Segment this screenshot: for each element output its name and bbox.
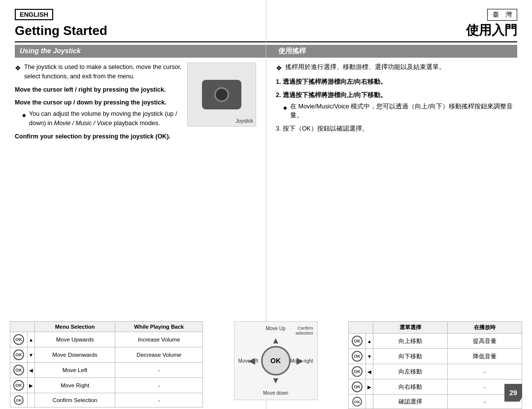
ok-icon-cell: OK — [10, 393, 28, 408]
ok-icon-cell: OK — [348, 379, 366, 395]
joy-arrow-left: ◀ — [248, 355, 255, 366]
table-row: OKConfirm Selection- — [10, 393, 203, 408]
zh-bullet-intro: ❖ 搖桿用於進行選擇、移動游標、選擇功能以及結束選單。 — [276, 63, 517, 73]
playback-cell: - — [115, 393, 203, 408]
camera-body — [202, 80, 241, 109]
arrow-cell: ▲ — [366, 334, 373, 349]
playback-cell: - — [115, 363, 203, 378]
joy-arrow-right: ▶ — [297, 355, 303, 366]
col-playback-header: While Playing Back — [115, 322, 203, 332]
table-row: OK▶Move Right- — [10, 378, 203, 393]
zh-col-playback-header: 在播放時 — [447, 322, 522, 334]
col-menu-header: Menu Selection — [34, 322, 115, 332]
zh-step2: 2. 透過按下搖桿將游標向上/向下移動。 ◆ 在 Movie/Music/Voi… — [276, 91, 517, 120]
bullet-intro: ❖ The joystick is used to make a selecti… — [15, 63, 182, 81]
zh-bullet-sym: ❖ — [276, 63, 282, 73]
tables-row: Menu Selection While Playing Back OK▲Mov… — [10, 321, 522, 409]
sub-bullet-sym: ◆ — [22, 111, 26, 128]
playback-cell: 降低音量 — [447, 349, 522, 364]
camera-image: Joystick — [187, 63, 256, 127]
taiwan-badge: 臺 灣 — [487, 9, 517, 21]
ok-icon: OK — [352, 366, 363, 377]
zh-step1: 1. 透過按下搖桿將游標向左/向右移動。 — [276, 77, 517, 87]
zh-bullet-intro-text: 搖桿用於進行選擇、移動游標、選擇功能以及結束選單。 — [285, 63, 445, 73]
action-cell: Move Upwards — [34, 332, 115, 347]
ok-icon: OK — [13, 334, 24, 345]
arrow-cell: ▼ — [28, 347, 35, 363]
playback-cell: Decrease Volume — [115, 347, 203, 363]
playback-cell: Increase Volume — [115, 332, 203, 347]
section-header-en: Using the Joystick — [15, 45, 266, 58]
page: ENGLISH Getting Started 臺 灣 使用入門 Using t… — [0, 0, 532, 409]
right-content: ❖ 搖桿用於進行選擇、移動游標、選擇功能以及結束選單。 1. 透過按下搖桿將游標… — [266, 63, 517, 317]
ok-icon-cell: OK — [10, 332, 28, 347]
ok-icon: OK — [352, 336, 363, 346]
ok-icon: OK — [352, 381, 363, 392]
zh-step1-text: 1. 透過按下搖桿將游標向左/向右移動。 — [276, 78, 387, 85]
arrow-cell: ▶ — [28, 378, 35, 393]
ok-icon-cell: OK — [10, 347, 28, 363]
zh-col-menu-header: 選單選擇 — [373, 322, 447, 334]
ok-icon-cell: OK — [10, 363, 28, 378]
zh-step2-text: 2. 透過按下搖桿將游標向上/向下移動。 — [276, 91, 517, 100]
step1-text: Move the cursor left / right by pressing… — [15, 86, 166, 93]
zh-step3-text: 3. 按下（OK）按鈕以確認選擇。 — [276, 125, 368, 132]
left-content: Joystick ❖ The joystick is used to make … — [15, 63, 266, 317]
camera-lens — [214, 87, 229, 102]
table-row: OK▲Move UpwardsIncrease Volume — [10, 332, 203, 347]
arrow-cell: ▲ — [28, 332, 35, 347]
joy-confirm-label: Confirmselection — [296, 326, 313, 336]
joy-arrow-down: ▼ — [271, 375, 280, 386]
zh-step2-sub-text: 在 Movie/Music/Voice 模式中，您可以透過（向上/向下）移動搖桿… — [290, 102, 517, 121]
playback-cell: - — [447, 364, 522, 379]
ok-icon-cell: OK — [10, 378, 28, 393]
arrow-cell: ▼ — [366, 349, 373, 364]
ok-icon: OK — [352, 351, 363, 362]
step2-sub: ◆ You can adjust the volume by moving th… — [22, 109, 182, 128]
arrow-cell: ▶ — [366, 379, 373, 395]
arrow-cell — [366, 395, 373, 409]
ok-icon-cell: OK — [348, 395, 366, 409]
ok-icon: OK — [14, 395, 24, 405]
ok-icon: OK — [13, 365, 24, 375]
table-row: OK◀Move Left- — [10, 363, 203, 378]
zh-col-icon-header — [348, 322, 373, 334]
action-cell: 向上移動 — [373, 334, 447, 349]
arrow-cell: ◀ — [28, 363, 35, 378]
step3: Confirm your selection by pressing the j… — [15, 132, 256, 141]
bullet-sym: ❖ — [15, 63, 21, 81]
action-cell: 向右移動 — [373, 379, 447, 395]
ok-icon: OK — [13, 380, 24, 391]
joy-down-label: Move down — [263, 390, 288, 396]
ok-icon-cell: OK — [348, 349, 366, 364]
table-row: OK▼向下移動降低音量 — [348, 349, 522, 364]
table-section-wrapper: Menu Selection While Playing Back OK▲Mov… — [0, 321, 532, 409]
table-row: OK◀向左移動- — [348, 364, 522, 379]
arrow-cell — [28, 393, 35, 408]
joystick-diagram: Move Up Confirmselection Move down Move … — [234, 321, 318, 400]
bullet-intro-text: The joystick is used to make a selection… — [24, 63, 182, 81]
section-header-zh: 使用搖桿 — [266, 45, 517, 58]
right-top: 臺 灣 使用入門 — [266, 9, 517, 39]
joy-arrow-up: ▲ — [271, 336, 280, 346]
playback-cell: 提高音量 — [447, 334, 522, 349]
english-badge: ENGLISH — [15, 9, 53, 20]
col-icon-header — [10, 322, 35, 332]
step2-sub-text: You can adjust the volume by moving the … — [29, 109, 182, 128]
action-cell: Move Left — [34, 363, 115, 378]
ok-icon: OK — [352, 397, 362, 407]
zh-step3: 3. 按下（OK）按鈕以確認選擇。 — [276, 124, 517, 134]
action-cell: 確認選擇 — [373, 395, 447, 409]
table-wrap-left: Menu Selection While Playing Back OK▲Mov… — [10, 321, 203, 408]
arrow-cell: ◀ — [366, 364, 373, 379]
action-cell: Confirm Selection — [34, 393, 115, 408]
page-number-badge: 29 — [504, 384, 522, 402]
page-title-zh: 使用入門 — [466, 22, 517, 39]
table-row: OK▼Move DownwardsDecrease Volume — [10, 347, 203, 363]
ok-icon: OK — [13, 349, 24, 360]
action-cell: Move Downwards — [34, 347, 115, 363]
action-cell: 向下移動 — [373, 349, 447, 364]
table-row: OK▶向右移動- — [348, 379, 522, 395]
zh-sub-bullet-sym: ◆ — [283, 104, 287, 121]
table-zh: 選單選擇 在播放時 OK▲向上移動提高音量OK▼向下移動降低音量OK◀向左移動-… — [348, 321, 522, 409]
